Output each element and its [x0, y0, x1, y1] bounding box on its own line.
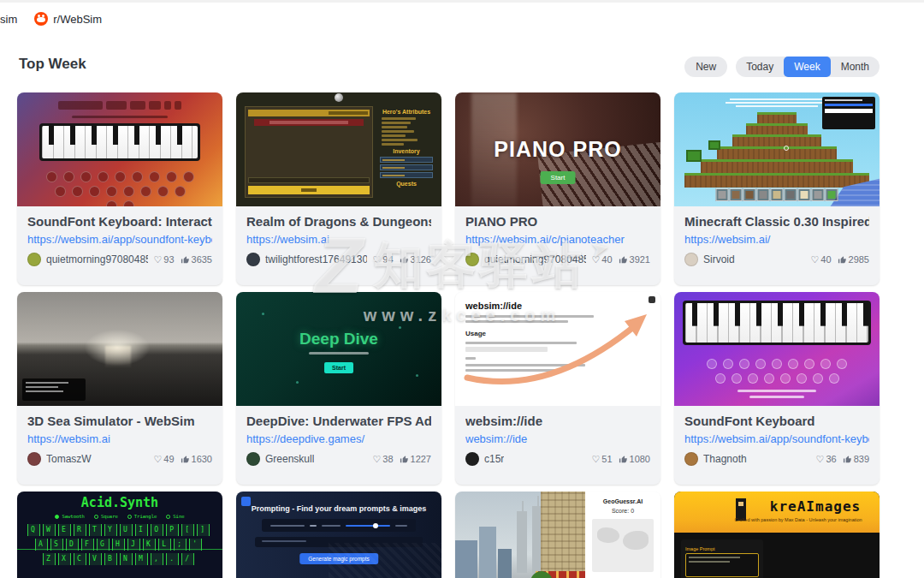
filter-week[interactable]: Week	[784, 57, 830, 77]
upvote-icon	[619, 455, 628, 464]
avatar[interactable]	[27, 452, 41, 466]
radio-triangle[interactable]: Triangle	[127, 514, 157, 519]
project-title[interactable]: SoundFont Keyboard: Interactive...	[27, 214, 212, 229]
project-url-link[interactable]: https://websim.ai	[246, 233, 431, 246]
hearts-count: 38	[382, 454, 393, 464]
thumbnail-geoguessr[interactable]: GeoGuessr.AI Score: 0 Make a Guess	[455, 492, 660, 578]
radio-sawtooth[interactable]: Sawtooth	[55, 514, 85, 519]
deepdive-subtitle	[309, 352, 369, 355]
author-name[interactable]: quietmorning97080485	[46, 253, 148, 265]
clipped-bookmark-label[interactable]: sim	[0, 13, 17, 26]
hearts-count: 93	[163, 254, 174, 265]
card-minecraft-classic[interactable]: Minecraft Classic 0.30 Inspired W... htt…	[674, 92, 880, 285]
project-title[interactable]: Minecraft Classic 0.30 Inspired W...	[684, 214, 869, 229]
card-prompting[interactable]: Prompting - Find your dream prompts & im…	[236, 492, 441, 578]
heart-icon: ♡	[810, 254, 819, 265]
project-title[interactable]: SoundFont Keyboard	[684, 414, 869, 428]
author-name[interactable]: quietmorning97080485	[484, 253, 586, 265]
world-map[interactable]	[592, 519, 654, 572]
start-button[interactable]: Start	[541, 171, 576, 184]
project-title[interactable]: Realm of Dragons & Dungeons	[246, 214, 431, 229]
thumbnail-soundfont-purple[interactable]	[674, 292, 880, 406]
upvote-icon	[400, 255, 409, 265]
author-name[interactable]: twilightforest17649130	[265, 253, 367, 265]
author-name[interactable]: Thagnoth	[703, 453, 747, 465]
avatar[interactable]	[27, 253, 41, 266]
card-piano-pro[interactable]: PIANO PRO Start PIANO PRO https://websim…	[455, 92, 660, 285]
heart-icon: ♡	[591, 454, 600, 465]
card-acid-synth[interactable]: Acid.Synth Sawtooth Square Triangle Sine…	[17, 492, 222, 578]
avatar[interactable]	[246, 452, 260, 466]
avatar[interactable]	[246, 253, 260, 266]
attributes-heading: Hero's Attributes	[378, 109, 435, 115]
author-name[interactable]: c15r	[484, 453, 504, 465]
avatar[interactable]	[465, 253, 479, 266]
project-url-link[interactable]: https://websim.ai/c/pianoteacher	[465, 233, 650, 246]
slider[interactable]	[346, 525, 390, 527]
thumbnail-piano-pro[interactable]: PIANO PRO Start	[455, 92, 660, 206]
author-name[interactable]: Greenskull	[265, 453, 314, 465]
upvotes-count: 3126	[411, 254, 431, 265]
websim-gallery-page: sim r/WebSim Top Week New Today Week Mon…	[0, 0, 924, 578]
thumbnail-kreaimages[interactable]: kreAImages Crafted with passion by Max D…	[674, 492, 880, 578]
krea-title: kreAImages	[751, 498, 880, 515]
filter-today[interactable]: Today	[736, 57, 784, 77]
card-websim-ide[interactable]: websim://ide Usage websim://ide websim:/…	[455, 292, 660, 485]
rpg-send-button[interactable]	[248, 186, 370, 194]
project-url-link[interactable]: https://websim.ai/	[684, 233, 869, 246]
card-geoguessr[interactable]: GeoGuessr.AI Score: 0 Make a Guess	[455, 492, 660, 578]
mini-button	[106, 101, 127, 110]
inventory-item[interactable]	[380, 172, 433, 178]
bookmark-r-websim[interactable]: r/WebSim	[53, 13, 102, 26]
key-row[interactable]: ZXCVBNM,./	[43, 553, 197, 565]
fov-field[interactable]	[825, 109, 873, 113]
start-button[interactable]: Start	[324, 362, 353, 373]
card-soundfont-keyboard[interactable]: SoundFont Keyboard https://websim.ai/app…	[674, 292, 880, 485]
project-url-link[interactable]: https://websim.ai	[27, 432, 212, 445]
rpg-input[interactable]	[248, 177, 370, 183]
radio-sine[interactable]: Sine	[166, 514, 184, 519]
key-row[interactable]: QWERTYUIOP[]	[27, 524, 212, 536]
author-name[interactable]: Sirvoid	[703, 253, 735, 265]
prompt-input[interactable]	[255, 537, 423, 547]
avatar[interactable]	[465, 452, 479, 466]
thumbnail-sea-simulator[interactable]	[17, 292, 222, 406]
avatar[interactable]	[684, 253, 698, 266]
card-soundfont-interactive[interactable]: SoundFont Keyboard: Interactive... https…	[17, 92, 222, 285]
inventory-item[interactable]	[380, 164, 433, 170]
note-buttons-row	[17, 171, 222, 182]
project-title[interactable]: websim://ide	[465, 414, 650, 428]
avatar[interactable]	[684, 452, 698, 466]
author-name[interactable]: TomaszW	[46, 453, 92, 465]
thumbnail-acid-synth[interactable]: Acid.Synth Sawtooth Square Triangle Sine…	[17, 492, 222, 578]
project-url-link[interactable]: https://websim.ai/app/soundfont-keyboar	[27, 233, 212, 246]
thumbnail-deepdive[interactable]: Deep Dive Start	[236, 292, 441, 406]
card-kreaimages[interactable]: kreAImages Crafted with passion by Max D…	[674, 492, 880, 578]
project-title[interactable]: DeepDive: Underwater FPS Adve...	[246, 414, 431, 428]
project-url-link[interactable]: websim://ide	[465, 432, 650, 445]
card-deepdive[interactable]: Deep Dive Start DeepDive: Underwater FPS…	[236, 292, 441, 485]
thumbnail-prompting[interactable]: Prompting - Find your dream prompts & im…	[236, 492, 441, 578]
card-3d-sea-simulator[interactable]: 3D Sea Simulator - WebSim https://websim…	[17, 292, 222, 485]
thumbnail-realm-of-dragons[interactable]: Hero's Attributes Inventory Quests	[236, 92, 441, 206]
render-distance-slider[interactable]	[825, 104, 873, 106]
thumbnail-soundfont-keyboard[interactable]	[17, 92, 222, 206]
project-title[interactable]: 3D Sea Simulator - WebSim	[27, 414, 212, 428]
prompt-textarea[interactable]	[685, 553, 759, 577]
piano-keyboard	[683, 301, 871, 345]
radio-square[interactable]: Square	[94, 514, 118, 519]
rpg-sidebar: Hero's Attributes Inventory Quests	[378, 106, 435, 201]
project-url-link[interactable]: https://deepdive.games/	[246, 432, 431, 445]
thumbnail-websim-ide[interactable]: websim://ide Usage	[455, 292, 660, 406]
key-row[interactable]: ASDFGHJKL;'	[35, 539, 204, 551]
project-title[interactable]: PIANO PRO	[465, 214, 650, 229]
project-url-link[interactable]: https://websim.ai/app/soundfont-keyboar	[684, 432, 869, 445]
card-realm-of-dragons[interactable]: Hero's Attributes Inventory Quests Realm…	[236, 92, 441, 285]
building	[541, 492, 585, 578]
upvote-icon	[838, 255, 847, 265]
generate-button[interactable]: Generate magic prompts	[299, 553, 378, 564]
thumbnail-minecraft[interactable]	[674, 92, 880, 206]
filter-month[interactable]: Month	[831, 57, 880, 77]
inventory-item[interactable]	[380, 157, 433, 163]
filter-new[interactable]: New	[684, 57, 727, 77]
